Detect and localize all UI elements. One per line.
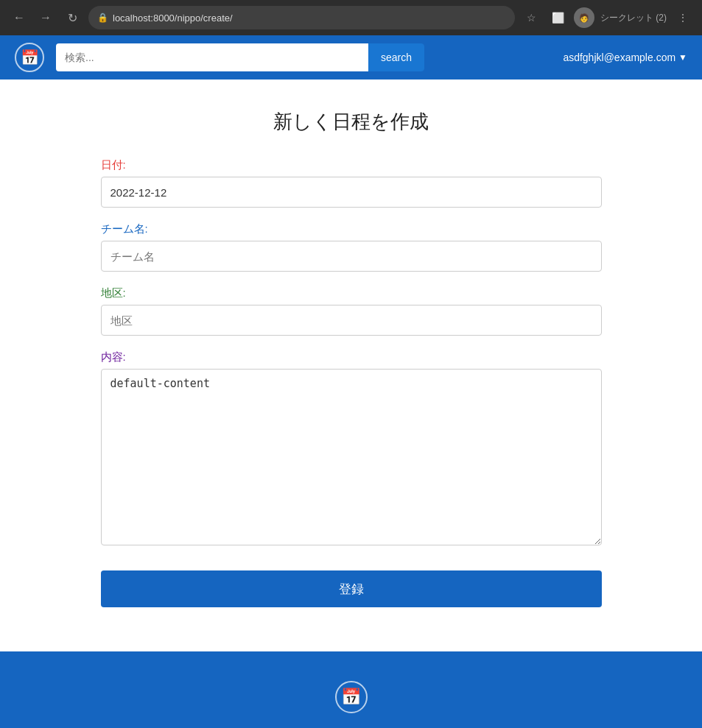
area-field-group: 地区: bbox=[101, 286, 602, 336]
content-label: 内容: bbox=[101, 350, 602, 364]
submit-button[interactable]: 登録 bbox=[101, 570, 602, 607]
team-label: チーム名: bbox=[101, 222, 602, 236]
search-form: search bbox=[56, 43, 424, 71]
app-header: 📅 search asdfghjkl@example.com ▼ bbox=[0, 35, 702, 79]
browser-actions: ☆ ⬜ 🧑 シークレット (2) ⋮ bbox=[521, 7, 693, 28]
content-field-group: 内容: default-content bbox=[101, 350, 602, 548]
search-bar-container: search bbox=[56, 43, 424, 71]
team-input[interactable] bbox=[101, 241, 602, 272]
form-container: 新しく日程を作成 日付: チーム名: 地区: 内容: default-conte… bbox=[101, 109, 602, 607]
secret-label: シークレット (2) bbox=[600, 12, 667, 24]
logo-icon: 📅 bbox=[21, 49, 39, 66]
content-textarea[interactable]: default-content bbox=[101, 369, 602, 545]
profile-button[interactable]: 🧑 bbox=[574, 7, 594, 28]
area-input[interactable] bbox=[101, 305, 602, 336]
date-label: 日付: bbox=[101, 158, 602, 172]
dropdown-arrow-icon: ▼ bbox=[678, 52, 687, 63]
footer-logo: 📅 bbox=[335, 681, 368, 713]
team-field-group: チーム名: bbox=[101, 222, 602, 272]
star-button[interactable]: ☆ bbox=[521, 7, 541, 28]
app-logo[interactable]: 📅 bbox=[15, 43, 44, 72]
footer: 📅 プライバシーポリシー | 利用規約 | Copyright © 2021 h… bbox=[0, 651, 702, 728]
area-label: 地区: bbox=[101, 286, 602, 300]
user-menu[interactable]: asdfghjkl@example.com ▼ bbox=[563, 52, 687, 63]
main-content: 新しく日程を作成 日付: チーム名: 地区: 内容: default-conte… bbox=[0, 79, 702, 651]
address-bar[interactable]: 🔒 localhost:8000/nippo/create/ bbox=[88, 6, 515, 29]
tab-button[interactable]: ⬜ bbox=[547, 7, 568, 28]
date-field-group: 日付: bbox=[101, 158, 602, 208]
forward-button[interactable]: → bbox=[35, 7, 56, 28]
user-email: asdfghjkl@example.com bbox=[563, 52, 675, 63]
create-form: 日付: チーム名: 地区: 内容: default-content 登録 bbox=[101, 158, 602, 607]
page-title: 新しく日程を作成 bbox=[101, 109, 602, 135]
footer-logo-icon: 📅 bbox=[341, 688, 361, 707]
search-button[interactable]: search bbox=[368, 43, 424, 71]
date-input[interactable] bbox=[101, 177, 602, 208]
refresh-button[interactable]: ↻ bbox=[62, 7, 83, 28]
menu-button[interactable]: ⋮ bbox=[673, 7, 693, 28]
browser-chrome: ← → ↻ 🔒 localhost:8000/nippo/create/ ☆ ⬜… bbox=[0, 0, 702, 35]
search-input[interactable] bbox=[56, 43, 368, 71]
lock-icon: 🔒 bbox=[97, 13, 108, 23]
url-text: localhost:8000/nippo/create/ bbox=[113, 13, 233, 24]
back-button[interactable]: ← bbox=[9, 7, 29, 28]
